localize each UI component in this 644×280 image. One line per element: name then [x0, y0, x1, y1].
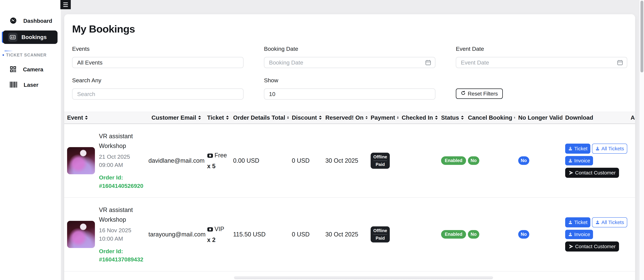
status-cell: Enabled: [438, 230, 465, 239]
download-ticket-button[interactable]: Ticket: [565, 217, 590, 227]
filter-event-date: Event Date: [456, 45, 627, 68]
col-header-customer-email[interactable]: Customer Email: [146, 114, 204, 121]
order-id: Order Id: #1604137089432: [99, 247, 146, 264]
customer-email: tarayoung@mail.com: [146, 231, 204, 238]
event-datetime: 21 Oct 2025 09:00 AM: [99, 153, 146, 169]
sidebar-item-label: Camera: [23, 66, 43, 73]
contact-customer-button[interactable]: Contact Customer: [565, 168, 619, 178]
calendar-icon[interactable]: [425, 59, 431, 66]
no-longer-valid-cell: No: [515, 156, 562, 165]
order-total: 0.00 USD: [230, 157, 289, 164]
reserved-on: 30 Oct 2025: [322, 157, 368, 164]
download-all-tickets-button[interactable]: All Tickets: [592, 144, 627, 154]
download-ticket-button[interactable]: Ticket: [565, 144, 590, 154]
order-total: 115.50 USD: [230, 231, 289, 238]
no-longer-valid-badge: No: [518, 230, 529, 239]
event-thumbnail: [67, 221, 95, 248]
col-header-ticket[interactable]: Ticket: [204, 114, 230, 121]
sidebar-item-label: Bookings: [22, 34, 46, 40]
event-title: VR assistant Workshop: [99, 131, 146, 151]
download-cell: Ticket All Tickets Invoice Contact Custo…: [562, 217, 628, 252]
reset-filters-label: Reset Filters: [468, 91, 498, 97]
event-title: VR assistant Workshop: [99, 279, 146, 280]
filter-reset: Reset Filters: [456, 77, 627, 99]
customer-email: davidlane@mail.com: [146, 157, 204, 164]
col-header-download: Download: [562, 114, 628, 121]
ticket-icon: [207, 225, 213, 235]
download-all-tickets-button[interactable]: All Tickets: [592, 217, 627, 227]
event-thumbnail: [67, 147, 95, 174]
main-content: My Bookings Events Booking Date: [61, 0, 644, 280]
vertical-scrollbar-thumb[interactable]: [640, 1, 643, 72]
col-header-discount[interactable]: Discount: [289, 114, 322, 121]
event-title: VR assistant Workshop: [99, 205, 146, 225]
sidebar-item-camera[interactable]: Camera: [0, 62, 61, 77]
filters-panel: Events Booking Date Event Date: [64, 45, 635, 99]
status-badge: Enabled: [441, 230, 466, 239]
table-row: VR assistant Workshop 21 Oct 2025 09:00 …: [64, 124, 635, 198]
col-header-actions: Actions: [628, 114, 635, 121]
col-header-payment[interactable]: Payment: [368, 114, 399, 121]
discount: 0 USD: [289, 157, 322, 164]
events-select[interactable]: [72, 57, 244, 68]
show-count-input[interactable]: [264, 88, 435, 99]
table-row: VR assistant Workshop 16 Nov 2025 10:00 …: [64, 198, 635, 272]
reset-filters-button[interactable]: Reset Filters: [456, 88, 503, 99]
page-title: My Bookings: [64, 23, 635, 35]
section-label: TICKET SCANNER: [6, 53, 46, 57]
payment-cell: Offline Paid: [368, 226, 399, 243]
event-date-input[interactable]: [456, 57, 627, 68]
col-header-no-longer-valid: No Longer Valid: [515, 114, 562, 121]
no-longer-valid-badge: No: [518, 156, 529, 165]
hamburger-icon: [63, 2, 68, 3]
payment-badge: Offline Paid: [371, 153, 390, 169]
bookings-card: My Bookings Events Booking Date: [64, 14, 635, 280]
menu-toggle-button[interactable]: [60, 0, 71, 9]
download-cell: Ticket All Tickets Invoice Contact Custo…: [562, 144, 628, 178]
cancel-booking-badge: No: [468, 156, 479, 165]
sidebar-section-ticket-scanner: TICKET SCANNER: [2, 53, 61, 57]
payment-cell: Offline Paid: [368, 153, 399, 169]
horizontal-scrollbar-thumb[interactable]: [234, 276, 493, 279]
filter-booking-date: Booking Date: [264, 45, 435, 68]
payment-badge: Offline Paid: [371, 226, 390, 243]
ticket-icon: [207, 151, 213, 161]
search-input[interactable]: [72, 88, 244, 99]
section-bullet-dot: [2, 54, 4, 56]
booking-date-label: Booking Date: [264, 45, 435, 52]
reserved-on: 30 Oct 2025: [322, 231, 368, 238]
status-cell: Enabled: [438, 156, 465, 165]
booking-date-input[interactable]: [264, 57, 435, 68]
bookings-table: Event Customer Email Ticket Order Detail…: [64, 112, 635, 280]
col-header-reserved-on[interactable]: Reserved! On: [322, 114, 368, 121]
ticket-cell: VIP x 2: [204, 224, 230, 245]
cancel-booking-cell: No: [465, 230, 515, 239]
event-cell: VR assistant Workshop 16 Nov 2025 10:00 …: [64, 279, 146, 280]
bookings-ticket-icon: $: [8, 33, 18, 42]
filter-search: Search Any: [72, 77, 244, 99]
events-label: Events: [72, 45, 244, 52]
contact-customer-button[interactable]: Contact Customer: [565, 242, 619, 252]
dashboard-gauge-icon: [10, 17, 17, 25]
col-header-order-details-total[interactable]: Order Details Total: [230, 114, 289, 121]
calendar-icon[interactable]: [617, 59, 623, 66]
col-header-cancel-booking[interactable]: Cancel Booking: [465, 114, 515, 121]
vertical-scrollbar-track[interactable]: [639, 0, 644, 280]
sidebar-item-label: Laser: [24, 82, 38, 88]
ticket-cell: Free x 5: [204, 150, 230, 171]
sidebar-item-laser[interactable]: Laser: [0, 77, 61, 93]
search-label: Search Any: [72, 77, 244, 84]
col-header-checked-in[interactable]: Checked In: [399, 114, 438, 121]
sidebar: Dashboard $ Bookings TICKET SCANNER: [0, 0, 61, 280]
col-header-status[interactable]: Status: [438, 114, 465, 121]
order-id: Order Id: #1604140526920: [99, 173, 146, 190]
sidebar-item-dashboard[interactable]: Dashboard: [0, 14, 61, 28]
svg-text:$: $: [11, 36, 12, 39]
download-invoice-button[interactable]: Invoice: [565, 156, 593, 165]
col-header-event[interactable]: Event: [64, 114, 146, 121]
table-header-row: Event Customer Email Ticket Order Detail…: [64, 112, 635, 124]
show-label: Show: [264, 77, 435, 84]
sidebar-item-bookings[interactable]: $ Bookings: [3, 30, 58, 44]
refresh-icon: [461, 90, 466, 97]
download-invoice-button[interactable]: Invoice: [565, 230, 593, 239]
